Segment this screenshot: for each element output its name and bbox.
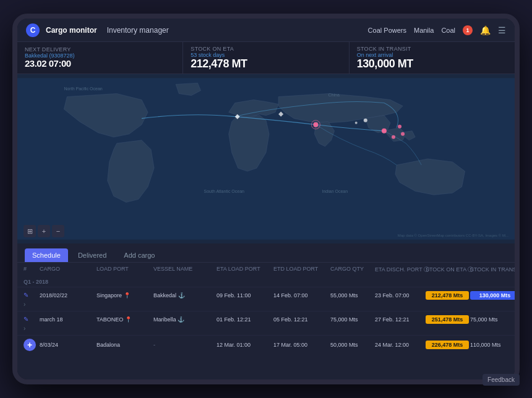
td-eta-load-3: 12 Mar. 01:00	[217, 342, 272, 348]
col-cargo-qty: Cargo qty	[330, 266, 374, 274]
td-stock-eta-2: 251,478 Mts	[426, 315, 469, 324]
td-cargo-qty-1: 55,000 Mts	[330, 292, 374, 298]
row-edit-icon-2[interactable]: ✎	[24, 316, 38, 323]
stat-stock-eta-value: 212,478 MT	[191, 58, 341, 70]
table-row: + 8/03/24 Badalona - 12 Mar. 01:00 17 Ma…	[17, 335, 515, 354]
stat-stock-transit: Stock in transit On next arrival 130,000…	[350, 42, 515, 74]
td-eta-load-1: 09 Feb. 11:00	[217, 292, 272, 298]
col-stock-eta: Stock on ETA ⓘ	[426, 266, 469, 274]
td-etd-load-1: 14 Feb. 07:00	[273, 292, 329, 298]
table-group-label: Q1 - 2018	[17, 277, 515, 287]
td-etd-load-2: 05 Feb. 12:21	[273, 316, 329, 323]
nav-links: Cargo monitor Inventory manager	[46, 26, 368, 35]
col-num: #	[24, 266, 38, 274]
table-row: ✎ march 18 TABONEO 📍 Maribella ⚓ 01 Feb.…	[17, 311, 515, 335]
td-cargo-3: 8/03/24	[40, 342, 95, 348]
svg-point-4	[401, 132, 405, 136]
table-tabs: Schedule Delivered Add cargo	[17, 243, 515, 263]
table-header: # Cargo Load port Vessel name ETA Load p…	[17, 263, 515, 277]
td-load-port-2: TABONEO 📍	[97, 316, 152, 323]
stat-next-delivery: Next delivery Bakkedal (9308728) 23.02 0…	[17, 42, 183, 74]
td-eta-load-2: 01 Feb. 12:21	[217, 316, 272, 323]
td-stock-transit-2: 75,000 Mts	[470, 316, 520, 323]
td-vessel-3: -	[153, 342, 215, 348]
nav-link-cargo-monitor[interactable]: Cargo monitor	[46, 26, 97, 35]
svg-text:South Atlantic Ocean: South Atlantic Ocean	[204, 189, 245, 193]
nav-right: Coal Powers Manila Coal 1 🔔 ☰	[368, 25, 506, 35]
map-controls: ⊞ + −	[24, 225, 64, 237]
td-eta-disch-3: 24 Mar. 12:00	[375, 342, 424, 348]
td-load-port-1: Singapore 📍	[97, 292, 152, 298]
world-map: Map data © OpenStreetMap contributors CC…	[17, 74, 515, 243]
stat-stock-transit-value: 130,000 MT	[357, 58, 507, 70]
col-eta-load: ETA Load port	[217, 266, 272, 274]
td-stock-eta-1: 212,478 Mts	[426, 291, 469, 300]
stat-stock-eta: Stock on ETA 53 stock days 212,478 MT	[183, 42, 349, 74]
map-layers-btn[interactable]: ⊞	[24, 225, 36, 237]
td-stock-eta-3: 226,478 Mts	[426, 341, 469, 349]
map-zoom-out-btn[interactable]: −	[52, 225, 64, 237]
td-etd-load-3: 17 Mar. 05:00	[273, 342, 329, 348]
tab-add-cargo[interactable]: Add cargo	[116, 248, 162, 262]
tab-schedule[interactable]: Schedule	[25, 248, 68, 262]
td-vessel-1: Bakkedal ⚓	[153, 292, 215, 298]
feedback-btn[interactable]: Feedback	[483, 374, 520, 386]
stat-stock-eta-label: Stock on ETA	[191, 46, 341, 52]
row-edit-icon-1[interactable]: ✎	[24, 292, 38, 298]
row-chevron-1[interactable]: ›	[24, 301, 38, 308]
svg-text:North Pacific Ocean: North Pacific Ocean	[64, 87, 102, 91]
td-vessel-2: Maribella ⚓	[153, 316, 215, 323]
nav-manila: Manila	[414, 27, 434, 34]
svg-point-1	[313, 122, 318, 127]
svg-point-6	[392, 135, 395, 139]
table-section: Schedule Delivered Add cargo # Cargo Loa…	[17, 243, 515, 379]
td-cargo-qty-2: 75,000 Mts	[330, 316, 374, 323]
menu-icon[interactable]: ☰	[498, 25, 506, 35]
col-vessel: Vessel name	[153, 266, 215, 274]
add-row-btn[interactable]: +	[24, 339, 36, 351]
table-row: ✎ 2018/02/22 Singapore 📍 Bakkedal ⚓ 09 F…	[17, 287, 515, 311]
svg-point-5	[398, 125, 401, 129]
stat-next-delivery-label: Next delivery	[25, 46, 175, 53]
svg-point-3	[382, 129, 387, 133]
col-load-port: Load port	[97, 266, 152, 274]
svg-point-7	[364, 119, 367, 122]
bell-icon[interactable]: 🔔	[480, 25, 491, 35]
map-area: Map data © OpenStreetMap contributors CC…	[17, 74, 515, 243]
nav-logo: C	[26, 23, 40, 37]
td-cargo-qty-3: 50,000 Mts	[330, 342, 374, 348]
notification-badge[interactable]: 1	[463, 25, 473, 35]
nav-coal-powers: Coal Powers	[368, 27, 406, 34]
stats-bar: Next delivery Bakkedal (9308728) 23.02 0…	[17, 42, 515, 74]
col-etd-load: ETD Load port	[273, 266, 329, 274]
stat-next-delivery-value: 23.02 07:00	[25, 59, 175, 69]
td-eta-disch-1: 23 Feb. 07:00	[375, 292, 424, 298]
td-load-port-3: Badalona	[97, 342, 152, 348]
nav-coal: Coal	[441, 27, 455, 34]
svg-text:China: China	[328, 93, 340, 98]
stat-stock-transit-label: Stock in transit	[357, 46, 507, 52]
tab-delivered[interactable]: Delivered	[71, 248, 114, 262]
td-stock-transit-1: 130,000 Mts	[470, 291, 520, 300]
col-stock-transit: Stock in transit ⓘ	[470, 266, 520, 274]
svg-text:Indian Ocean: Indian Ocean	[322, 189, 348, 193]
td-eta-disch-2: 27 Feb. 12:21	[375, 316, 424, 323]
td-cargo-1: 2018/02/22	[40, 292, 95, 298]
col-cargo: Cargo	[40, 266, 95, 274]
tablet-frame: C Cargo monitor Inventory manager Coal P…	[12, 14, 520, 384]
td-stock-transit-3: 110,000 Mts	[470, 342, 520, 348]
td-cargo-2: march 18	[40, 316, 95, 323]
row-chevron-2[interactable]: ›	[24, 325, 38, 332]
top-nav: C Cargo monitor Inventory manager Coal P…	[17, 19, 515, 42]
col-eta-disch: ETA Disch. port ⓘ	[375, 266, 424, 274]
svg-point-8	[355, 122, 358, 124]
nav-link-inventory[interactable]: Inventory manager	[107, 26, 169, 35]
svg-text:Map data © OpenStreetMap contr: Map data © OpenStreetMap contributors CC…	[398, 234, 508, 237]
map-zoom-in-btn[interactable]: +	[38, 225, 50, 237]
